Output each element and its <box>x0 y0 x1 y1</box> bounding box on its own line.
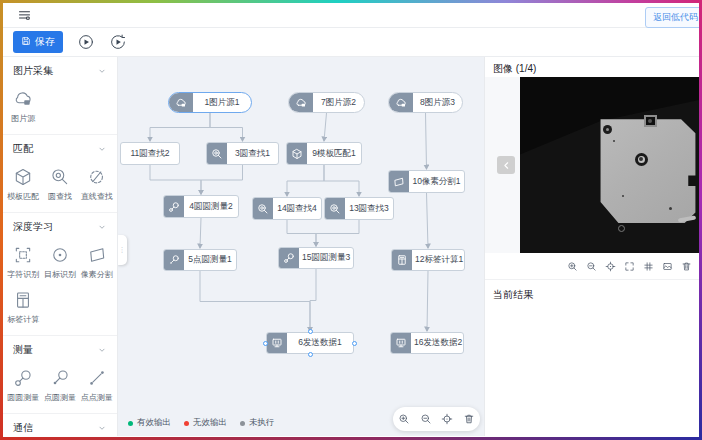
image-toolbar <box>485 253 699 279</box>
tool-item-标签计算[interactable]: 标签计算 <box>5 290 42 325</box>
tool-item-模板匹配[interactable]: 模板匹配 <box>5 167 42 202</box>
line-find-icon <box>87 167 107 187</box>
circle-measure-icon <box>164 196 184 217</box>
hamburger-menu-icon[interactable] <box>17 8 32 23</box>
flow-node-16发送数据2[interactable]: 16发送数据2 <box>390 332 464 354</box>
legend-label: 未执行 <box>249 417 275 429</box>
flow-canvas[interactable]: 1图片源17图片源28图片源311圆查找23圆查找19模板匹配110像素分割14… <box>118 57 484 436</box>
sidebar-section: 测量圆圆测量点圆测量点点测量 <box>3 336 117 414</box>
tool-item-label: 点圆测量 <box>44 392 76 403</box>
section-title: 匹配 <box>13 142 33 156</box>
target-icon <box>50 245 70 265</box>
tool-item-label: 标签计算 <box>7 314 39 325</box>
connection-handle[interactable] <box>308 329 313 334</box>
node-label: 11圆查找2 <box>121 143 179 164</box>
flow-node-8图片源3[interactable]: 8图片源3 <box>388 92 463 113</box>
flow-node-1图片源1[interactable]: 1图片源1 <box>168 92 252 113</box>
flow-node-4圆圆测量2[interactable]: 4圆圆测量2 <box>163 195 239 218</box>
legend-item: 无效输出 <box>184 417 227 429</box>
flow-node-6发送数据1[interactable]: 6发送数据1 <box>266 332 354 354</box>
connection-handle[interactable] <box>263 341 268 346</box>
point-circle-measure-icon <box>164 250 184 270</box>
tool-item-点圆测量[interactable]: 点圆测量 <box>42 368 79 403</box>
point-point-measure-icon <box>87 368 107 388</box>
section-title: 深度学习 <box>13 220 53 234</box>
circle-find-icon <box>50 167 70 187</box>
save-button[interactable]: 保存 <box>13 31 63 53</box>
tool-item-点点测量[interactable]: 点点测量 <box>78 368 115 403</box>
chevron-down-icon <box>97 345 107 355</box>
tool-item-像素分割[interactable]: 像素分割 <box>78 245 115 280</box>
status-legend: 有效输出无效输出未执行 <box>128 417 275 429</box>
sidebar-section-header[interactable]: 测量 <box>3 340 117 360</box>
flow-node-13圆查找3[interactable]: 13圆查找3 <box>324 197 394 220</box>
run-loop-button[interactable] <box>108 33 127 52</box>
sidebar-collapse-handle[interactable]: ⋮ <box>118 235 127 265</box>
flow-node-14圆查找4[interactable]: 14圆查找4 <box>252 197 322 220</box>
zoom-out-icon[interactable] <box>420 413 432 425</box>
tool-item-图片源[interactable]: 图片源 <box>5 89 42 124</box>
tool-sidebar: 图片采集图片源匹配模板匹配圆查找直线查找深度学习字符识别目标识别像素分割标签计算… <box>3 57 118 436</box>
flow-node-15圆圆测量3[interactable]: 15圆圆测量3 <box>278 247 354 269</box>
image-icon[interactable] <box>662 261 673 272</box>
send-data-icon <box>267 333 287 353</box>
tool-item-label: 模板匹配 <box>7 191 39 202</box>
legend-dot <box>240 421 245 426</box>
circle-measure-icon <box>13 368 33 388</box>
flow-node-5点圆测量1[interactable]: 5点圆测量1 <box>163 249 237 271</box>
previous-image-button[interactable] <box>497 156 515 174</box>
save-icon <box>21 36 31 48</box>
locate-icon[interactable] <box>441 413 453 425</box>
label-calc-icon <box>392 250 412 270</box>
chevron-down-icon <box>97 66 107 76</box>
zoom-in-icon[interactable] <box>567 261 578 272</box>
preview-image <box>520 77 699 253</box>
app-window: 返回低代码 保存 图片采集图片源匹配模板匹配圆查找直线查找深度学习字符识别目标识… <box>0 0 702 440</box>
circle-measure-icon <box>279 248 299 268</box>
connection-handle[interactable] <box>352 341 357 346</box>
tool-item-label: 图片源 <box>11 113 35 124</box>
canvas-zoom-toolbar <box>393 407 480 431</box>
tool-item-直线查找[interactable]: 直线查找 <box>78 167 115 202</box>
sidebar-section-header[interactable]: 通信 <box>3 418 117 436</box>
node-label: 15圆圆测量3 <box>299 248 353 268</box>
node-label: 13圆查找3 <box>345 198 393 219</box>
flow-node-9模板匹配1[interactable]: 9模板匹配1 <box>286 142 362 165</box>
tool-item-圆查找[interactable]: 圆查找 <box>42 167 79 202</box>
node-label: 7图片源2 <box>313 93 364 112</box>
flow-node-3圆查找1[interactable]: 3圆查找1 <box>206 142 279 165</box>
chevron-down-icon <box>97 423 107 433</box>
toolbar: 保存 <box>3 28 699 57</box>
section-title: 通信 <box>13 421 33 435</box>
sidebar-section-header[interactable]: 匹配 <box>3 139 117 159</box>
zoom-out-icon[interactable] <box>586 261 597 272</box>
flow-node-10像素分割1[interactable]: 10像素分割1 <box>388 170 465 193</box>
flow-node-7图片源2[interactable]: 7图片源2 <box>288 92 365 113</box>
back-to-lowcode-button[interactable]: 返回低代码 <box>645 7 699 28</box>
flow-node-12标签计算1[interactable]: 12标签计算1 <box>391 249 465 271</box>
zoom-in-icon[interactable] <box>398 413 410 425</box>
sidebar-section-header[interactable]: 深度学习 <box>3 217 117 237</box>
sidebar-section-header[interactable]: 图片采集 <box>3 61 117 81</box>
circle-find-icon <box>325 198 345 219</box>
tool-item-圆圆测量[interactable]: 圆圆测量 <box>5 368 42 403</box>
flow-node-11圆查找2[interactable]: 11圆查找2 <box>120 142 180 165</box>
node-label: 3圆查找1 <box>227 143 278 164</box>
node-label: 5点圆测量1 <box>184 250 236 270</box>
legend-label: 有效输出 <box>137 417 171 429</box>
chevron-down-icon <box>97 144 107 154</box>
tool-item-字符识别[interactable]: 字符识别 <box>5 245 42 280</box>
grid-icon[interactable] <box>643 261 654 272</box>
tool-item-目标识别[interactable]: 目标识别 <box>42 245 79 280</box>
trash-icon[interactable] <box>463 413 475 425</box>
sidebar-section: 深度学习字符识别目标识别像素分割标签计算 <box>3 213 117 336</box>
fullscreen-icon[interactable] <box>624 261 635 272</box>
legend-item: 未执行 <box>240 417 275 429</box>
image-nav-strip <box>485 77 520 253</box>
tool-item-label: 直线查找 <box>81 191 113 202</box>
node-label: 6发送数据1 <box>287 333 353 353</box>
connection-handle[interactable] <box>308 352 313 357</box>
locate-icon[interactable] <box>605 261 616 272</box>
trash-icon[interactable] <box>681 261 692 272</box>
run-button[interactable] <box>76 33 95 52</box>
